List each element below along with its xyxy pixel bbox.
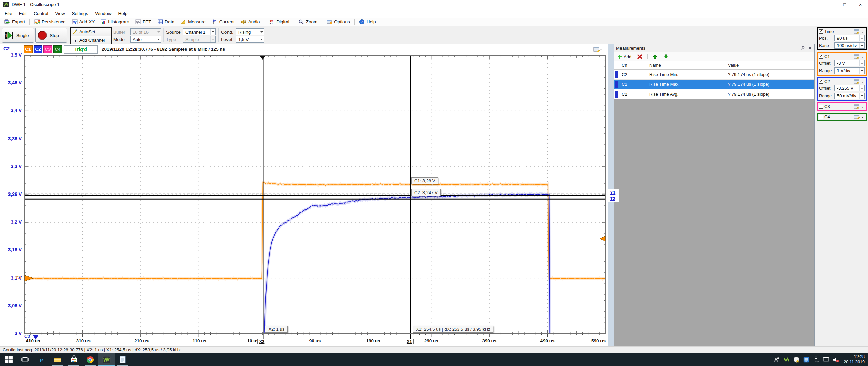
pin-icon[interactable] bbox=[800, 46, 805, 50]
settings-group-header-c1[interactable]: C1 bbox=[818, 53, 866, 60]
usb-icon[interactable] bbox=[813, 356, 820, 363]
stop-button[interactable]: Stop bbox=[35, 28, 67, 43]
c2-enable-checkbox[interactable] bbox=[819, 80, 823, 84]
toolbar-digital-button[interactable]: 1001Digital bbox=[266, 18, 292, 26]
toolbar-add-xy-button[interactable]: xyAdd XY bbox=[69, 18, 98, 26]
measurement-row[interactable]: C2Rise Time Avg.? 79,174 us (1 slope) bbox=[614, 89, 814, 99]
maximize-button[interactable]: □ bbox=[837, 0, 852, 9]
app-blue-icon[interactable] bbox=[803, 356, 810, 363]
time-base-select[interactable]: 100 us/div bbox=[834, 42, 865, 49]
c1-offset-select[interactable]: -3 V bbox=[834, 60, 865, 66]
type-select[interactable]: Simple bbox=[183, 36, 216, 43]
channel-chip-c2[interactable]: C2 bbox=[34, 45, 42, 53]
plot-menu-icon[interactable] bbox=[593, 47, 602, 52]
chevron-down-icon[interactable] bbox=[862, 80, 865, 84]
toolbar-measure-button[interactable]: Measure bbox=[177, 18, 209, 26]
c3-enable-checkbox[interactable] bbox=[819, 105, 823, 109]
y-cursor-labels[interactable]: Y1T2 bbox=[606, 189, 619, 202]
channel-chip-c4[interactable]: C4 bbox=[53, 45, 62, 53]
menu-view[interactable]: View bbox=[52, 9, 68, 18]
c1-range-select[interactable]: 1 V/div bbox=[834, 67, 865, 74]
buffer-value: 16 of 16 bbox=[131, 29, 156, 35]
c2-offset-marker[interactable] bbox=[33, 335, 38, 340]
mode-select[interactable]: Auto bbox=[130, 36, 161, 43]
cursor-t2-label[interactable]: T2 bbox=[610, 196, 615, 202]
measurement-row[interactable]: C2Rise Time Max.? 79,174 us (1 slope) bbox=[614, 80, 814, 89]
time-enable-checkbox[interactable] bbox=[819, 29, 823, 34]
toolbar-histogram-button[interactable]: Histogram bbox=[98, 18, 132, 26]
taskbar-waveforms-button[interactable] bbox=[98, 353, 115, 366]
source-select[interactable]: Channel 1 bbox=[183, 28, 216, 35]
measurement-move-down-button[interactable] bbox=[662, 54, 670, 59]
toolbar-persistence-button[interactable]: Persistence bbox=[31, 18, 69, 26]
taskbar-clock[interactable]: 12:2820.11.2019 bbox=[844, 354, 865, 365]
toolbar-export-button[interactable]: Export bbox=[1, 18, 28, 26]
taskbar-store-button[interactable] bbox=[66, 353, 82, 366]
menu-control[interactable]: Control bbox=[30, 9, 52, 18]
channel-chip-c3[interactable]: C3 bbox=[43, 45, 52, 53]
taskbar-edge-button[interactable]: e bbox=[33, 353, 50, 366]
c4-label: C4 bbox=[824, 114, 830, 119]
digital-label: Digital bbox=[276, 19, 289, 24]
toolbar-audio-button[interactable]: Audio bbox=[238, 18, 263, 26]
cursor-x1-axis-box[interactable]: X1 bbox=[405, 339, 414, 344]
add-xy-label: Add XY bbox=[79, 19, 95, 24]
measurement-row[interactable]: C2Rise Time Min.? 79,174 us (1 slope) bbox=[614, 70, 814, 80]
autoset-button[interactable]: AutoSet bbox=[71, 28, 111, 36]
cursor-x2-axis-box[interactable]: X2 bbox=[257, 339, 266, 344]
settings-group-header-c3[interactable]: C3 bbox=[818, 103, 866, 110]
menu-file[interactable]: File bbox=[1, 9, 16, 18]
chevron-down-icon bbox=[210, 29, 215, 35]
single-button[interactable]: 1 Single bbox=[2, 28, 34, 43]
close-button[interactable]: × bbox=[852, 0, 868, 9]
people-icon[interactable] bbox=[773, 356, 780, 363]
menu-help[interactable]: Help bbox=[115, 9, 131, 18]
measurement-delete-button[interactable] bbox=[635, 54, 644, 59]
chevron-down-icon[interactable] bbox=[862, 29, 865, 34]
settings-group-header-time[interactable]: Time bbox=[818, 28, 866, 35]
cond-select[interactable]: Rising bbox=[236, 28, 264, 35]
y-axis-tick-label: 3,3 V bbox=[0, 164, 22, 169]
close-icon[interactable] bbox=[808, 46, 812, 50]
toolbar-help-button[interactable]: ?Help bbox=[356, 18, 379, 26]
chevron-down-icon[interactable] bbox=[862, 55, 865, 59]
display-icon[interactable] bbox=[823, 356, 829, 363]
menu-window[interactable]: Window bbox=[92, 9, 115, 18]
audio-muted-icon[interactable] bbox=[832, 356, 839, 363]
buffer-select[interactable]: 16 of 16 bbox=[130, 28, 161, 35]
toolbar-current-button[interactable]: Current bbox=[209, 18, 238, 26]
measurement-add-button[interactable]: Add bbox=[615, 54, 633, 60]
measurement-ch: C2 bbox=[622, 72, 627, 77]
taskbar-start-button[interactable] bbox=[1, 353, 17, 366]
toolbar-fft-button[interactable]: FFT bbox=[132, 18, 154, 26]
taskbar-explorer-button[interactable] bbox=[50, 353, 66, 366]
menu-edit[interactable]: Edit bbox=[16, 9, 30, 18]
chevron-down-icon[interactable] bbox=[862, 105, 865, 109]
settings-group-header-c2[interactable]: C2 bbox=[818, 78, 866, 85]
c1-enable-checkbox[interactable] bbox=[819, 55, 823, 59]
toolbar-zoom-button[interactable]: Zoom bbox=[295, 18, 321, 26]
add-channel-icon: C bbox=[72, 37, 78, 43]
options-label: Options bbox=[334, 19, 350, 24]
measurement-move-up-button[interactable] bbox=[651, 54, 659, 59]
c4-enable-checkbox[interactable] bbox=[819, 115, 823, 119]
time-pos--select[interactable]: 90 us bbox=[834, 35, 865, 41]
chevron-down-icon[interactable] bbox=[862, 115, 865, 119]
defender-icon[interactable] bbox=[793, 356, 800, 363]
add-channel-button[interactable]: C Add Channel bbox=[71, 36, 111, 44]
taskbar-chrome-button[interactable] bbox=[82, 353, 98, 366]
settings-group-header-c4[interactable]: C4 bbox=[818, 114, 866, 120]
menu-settings[interactable]: Settings bbox=[68, 9, 92, 18]
taskbar-notepad-button[interactable] bbox=[115, 353, 131, 366]
toolbar-data-button[interactable]: Data bbox=[154, 18, 178, 26]
c1-range-label: Range bbox=[819, 68, 834, 73]
channel-chip-c1[interactable]: C1 bbox=[24, 45, 33, 53]
taskbar-task-view-button[interactable] bbox=[17, 353, 33, 366]
c2-range-select[interactable]: 50 mV/div bbox=[834, 93, 865, 99]
cursor-y1-label[interactable]: Y1 bbox=[610, 189, 616, 196]
c2-offset-select[interactable]: -3,255 V bbox=[834, 85, 865, 92]
waveforms-tray-icon[interactable] bbox=[783, 356, 790, 363]
minimize-button[interactable]: – bbox=[821, 0, 837, 9]
toolbar-options-button[interactable]: Options bbox=[323, 18, 353, 26]
level-select[interactable]: 1,5 V bbox=[236, 36, 264, 43]
